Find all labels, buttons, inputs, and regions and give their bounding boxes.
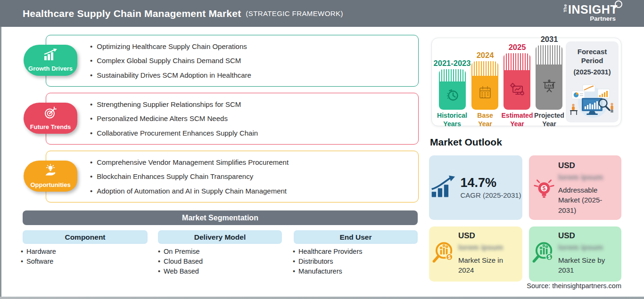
year-label: 2031 xyxy=(527,35,572,44)
blurred-value: lorem ipsum xyxy=(558,173,621,182)
logo-partners-text: Partners xyxy=(553,15,618,22)
company-logo: The INSIGHT Partners xyxy=(553,3,618,22)
badge-label: Growth Drivers xyxy=(28,65,73,72)
historical-years-bar xyxy=(439,69,466,110)
logo-the-text: The xyxy=(563,7,568,12)
page-subtitle: (STRATEGIC FRAMEWORK) xyxy=(246,9,343,17)
growth-chart-icon xyxy=(43,48,58,63)
list-item: Comprehensive Vendor Management Simplifi… xyxy=(90,158,409,166)
list-item: Cloud Based xyxy=(158,257,203,267)
future-trends-box: Strengthening Supplier Relationships for… xyxy=(46,93,419,145)
blurred-value: lorem ipsum xyxy=(458,243,522,252)
list-item: Sustainability Drives SCM Adoption in He… xyxy=(90,71,409,79)
bar-stripes xyxy=(471,61,498,76)
delivery-model-list: On Premise Cloud Based Web Based xyxy=(158,247,203,276)
list-item: Distributors xyxy=(293,257,362,267)
hand-bulb-icon xyxy=(43,164,58,179)
svg-text:$: $ xyxy=(543,185,546,192)
list-item: Adoption of Automation and AI in Supply … xyxy=(90,187,409,195)
clock-history-icon xyxy=(439,81,466,110)
market-size-2031-card: $ USD lorem ipsum Market Size by 2031 xyxy=(529,226,621,282)
list-item: Collaborative Procurement Enhances Suppl… xyxy=(90,129,409,137)
forecast-line1: Forecast xyxy=(566,48,619,57)
svg-text:$: $ xyxy=(448,255,451,260)
bar-growth-arrow-icon xyxy=(430,175,455,201)
forecast-line2: Period xyxy=(566,57,619,65)
end-user-list: Healthcare Providers Distributors Manufa… xyxy=(293,247,362,276)
forecast-period-panel: Forecast Period (2025-2031) xyxy=(566,41,619,122)
opportunities-badge: Opportunities xyxy=(24,161,77,192)
list-item: Blockchain Enhances Supply Chain Transpa… xyxy=(90,172,409,180)
header-bar: Healthcare Supply Chain Management Marke… xyxy=(0,0,644,27)
bar-stripes xyxy=(504,53,530,70)
growth-drivers-list: Optimizing Healthcare Supply Chain Opera… xyxy=(46,35,418,86)
bar-stripes xyxy=(536,45,562,65)
future-trends-list: Strengthening Supplier Relationships for… xyxy=(46,93,418,144)
card-description: Market Size in 2024 xyxy=(458,255,511,275)
list-item: Complex Global Supply Chains Demand SCM xyxy=(90,57,409,65)
projected-year-label: Projected Year xyxy=(527,112,572,128)
estimated-year-bar xyxy=(504,53,530,110)
card-description: Market Size by 2031 xyxy=(558,255,611,275)
list-item: Software xyxy=(21,257,56,267)
bulb-dollar-icon: $ xyxy=(533,177,555,203)
page-title: Healthcare Supply Chain Management Marke… xyxy=(23,8,241,19)
base-year-bar xyxy=(471,61,498,110)
blurred-value: lorem ipsum xyxy=(558,243,621,252)
segment-header-delivery-model: Delivery Model xyxy=(158,230,282,244)
list-item: Strengthening Supplier Relationships for… xyxy=(90,100,409,108)
list-item: Hardware xyxy=(21,247,56,257)
list-item: Optimizing Healthcare Supply Chain Opera… xyxy=(90,42,409,50)
window-bottom-edge xyxy=(0,297,644,299)
badge-label: Opportunities xyxy=(30,181,70,188)
list-item: Web Based xyxy=(158,267,203,276)
calendar-icon xyxy=(471,76,498,110)
list-item: Personalized Medicine Alters SCM Needs xyxy=(90,114,409,122)
infographic-page: Healthcare Supply Chain Management Marke… xyxy=(0,0,644,299)
future-trends-badge: Future Trends xyxy=(24,103,77,134)
projected-year-bar xyxy=(536,45,562,110)
logo-insight-text: INSIGHT xyxy=(568,4,618,16)
window-left-edge xyxy=(0,27,1,297)
currency-label: USD xyxy=(458,231,522,241)
projector-screen-icon xyxy=(536,65,562,110)
year-label: 2025 xyxy=(495,43,540,52)
addressable-market-card: $ USD lorem ipsum Addressable Market (20… xyxy=(529,155,621,220)
currency-label: USD xyxy=(558,231,621,241)
target-dart-icon xyxy=(43,106,58,122)
growth-drivers-box: Optimizing Healthcare Supply Chain Opera… xyxy=(46,35,419,87)
year-label: 2024 xyxy=(462,51,508,60)
forecast-range: (2025-2031) xyxy=(566,68,619,76)
component-list: Hardware Software xyxy=(21,247,56,267)
magnifier-chart-icon: $ xyxy=(531,240,559,269)
magnifier-icon xyxy=(615,0,622,8)
segment-header-component: Component xyxy=(23,230,148,244)
market-size-2024-card: $ USD lorem ipsum Market Size in 2024 xyxy=(429,226,522,282)
card-description: Addressable Market (2025-2031) xyxy=(558,185,616,215)
growth-drivers-badge: Growth Drivers xyxy=(24,45,77,76)
year-label: 2021-2023 xyxy=(429,59,475,68)
cagr-value: 14.7% xyxy=(460,176,521,190)
opportunities-box: Comprehensive Vendor Management Simplifi… xyxy=(46,151,419,202)
magnifier-chart-icon: $ xyxy=(431,240,459,269)
market-outlook-title: Market Outlook xyxy=(430,137,502,148)
monitor-gear-icon xyxy=(504,70,530,110)
badge-label: Future Trends xyxy=(30,123,71,130)
analysts-illustration xyxy=(569,83,616,121)
list-item: Manufacturers xyxy=(293,267,362,276)
currency-label: USD xyxy=(558,161,621,170)
source-attribution: Source: theinsightpartners.com xyxy=(527,282,621,290)
segment-header-end-user: End User xyxy=(294,230,418,244)
cagr-card: 14.7% CAGR (2025-2031) xyxy=(429,155,522,220)
cagr-label: CAGR (2025-2031) xyxy=(460,191,521,199)
market-segmentation-bar: Market Segmentation xyxy=(23,210,418,225)
opportunities-list: Comprehensive Vendor Management Simplifi… xyxy=(46,151,418,202)
bar-stripes xyxy=(439,69,466,81)
list-item: On Premise xyxy=(158,247,203,257)
list-item: Healthcare Providers xyxy=(293,247,362,257)
svg-text:$: $ xyxy=(548,255,551,260)
